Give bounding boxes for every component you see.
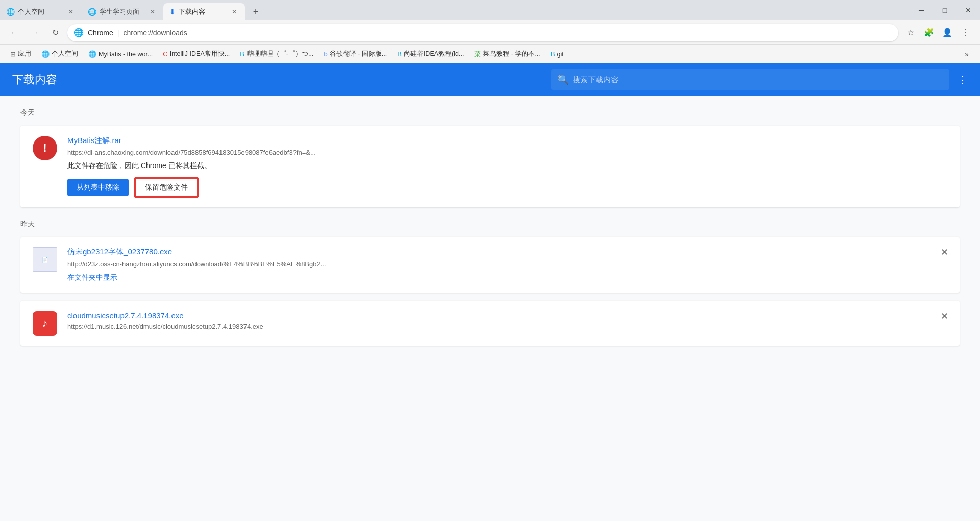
download-item-cloudmusic: ♪ cloudmusicsetup2.7.4.198374.exe https:… <box>20 301 960 346</box>
bookmark-label-mybatis: MyBatis - the wor... <box>99 51 153 58</box>
tab-close-2[interactable]: ✕ <box>148 7 157 16</box>
menu-button[interactable]: ⋮ <box>958 25 974 41</box>
bookmark-star-button[interactable]: ☆ <box>902 25 919 41</box>
downloads-menu-button[interactable]: ⋮ <box>958 74 968 86</box>
url-cloudmusic: https://d1.music.126.net/dmusic/cloudmus… <box>67 323 947 330</box>
bookmark-label-git: git <box>557 51 564 58</box>
apps-icon: ⊞ <box>10 50 16 58</box>
close-item-font[interactable]: ✕ <box>937 245 951 259</box>
remove-from-list-button[interactable]: 从列表中移除 <box>67 179 129 196</box>
file-icon-font: 📄 <box>33 247 57 272</box>
tab-student-learning[interactable]: 🌐 学生学习页面 ✕ <box>82 3 163 20</box>
section-label-yesterday: 昨天 <box>20 220 960 229</box>
bookmark-intellij-icon: C <box>163 50 167 58</box>
card-content-1: MyBatis注解.rar https://dl-ans.chaoxing.co… <box>67 136 947 197</box>
window-controls: ─ □ ✕ <box>910 0 980 20</box>
address-bar: ← → ↻ 🌐 Chrome | chrome://downloads ☆ 🧩 … <box>0 20 980 45</box>
bookmark-google-translate[interactable]: b 谷歌翻译 - 国际版... <box>320 48 391 60</box>
close-item-cloudmusic[interactable]: ✕ <box>937 309 951 323</box>
danger-icon: ! <box>33 136 57 160</box>
warning-mybatis: 此文件存在危险，因此 Chrome 已将其拦截。 <box>67 161 947 171</box>
tab-downloads[interactable]: ⬇ 下载内容 ✕ <box>163 3 245 20</box>
filename-mybatis[interactable]: MyBatis注解.rar <box>67 136 947 146</box>
card-content-3: cloudmusicsetup2.7.4.198374.exe https://… <box>67 311 947 336</box>
bookmark-label-intellij: IntelliJ IDEA常用快... <box>170 50 230 58</box>
card-content-2: 仿宋gb2312字体_0237780.exe http://d23z.oss-c… <box>67 247 947 282</box>
tab-label-2: 学生学习页面 <box>100 7 145 16</box>
downloads-content: 今天 ! MyBatis注解.rar https://dl-ans.chaoxi… <box>0 96 980 521</box>
music-icon: ♪ <box>33 311 57 336</box>
url-font: http://d23z.oss-cn-hangzhou.aliyuncs.com… <box>67 260 947 268</box>
search-icon: 🔍 <box>557 74 569 85</box>
bookmark-label-idea: 尚硅谷IDEA教程(id... <box>404 50 464 58</box>
browser-name: Chrome <box>88 29 113 37</box>
tab-download-icon: ⬇ <box>169 8 176 16</box>
bookmark-label-runoob: 菜鸟教程 - 学的不... <box>483 50 541 58</box>
bookmark-label-bilibili: 哔哩哔哩（゜-゜）つ... <box>247 50 314 58</box>
close-button[interactable]: ✕ <box>957 0 980 20</box>
bookmark-bili-icon: B <box>240 50 244 58</box>
bookmarks-more-button[interactable]: » <box>960 47 974 61</box>
bookmark-label-personal: 个人空间 <box>52 50 78 58</box>
file-icon-box-font: 📄 <box>33 247 57 272</box>
bookmark-globe-icon-2: 🌐 <box>88 50 96 58</box>
tab-label-1: 个人空间 <box>18 7 63 16</box>
bookmark-apps[interactable]: ⊞ 应用 <box>6 48 35 60</box>
title-bar: 🌐 个人空间 ✕ 🌐 学生学习页面 ✕ ⬇ 下载内容 ✕ + ─ □ ✕ <box>0 0 980 20</box>
address-separator: | <box>117 29 119 37</box>
music-icon-box: ♪ <box>33 311 57 336</box>
new-tab-button[interactable]: + <box>247 3 264 20</box>
bookmark-git[interactable]: B git <box>547 48 568 60</box>
bookmarks-bar: ⊞ 应用 🌐 个人空间 🌐 MyBatis - the wor... C Int… <box>0 45 980 63</box>
bookmark-runoob[interactable]: 菜 菜鸟教程 - 学的不... <box>470 48 545 61</box>
downloads-header: 下载内容 🔍 搜索下载内容 ⋮ <box>0 63 980 96</box>
bookmark-label-apps: 应用 <box>18 50 31 58</box>
tab-close-1[interactable]: ✕ <box>66 7 76 16</box>
bookmark-idea-tutorial[interactable]: B 尚硅谷IDEA教程(id... <box>393 48 468 60</box>
bookmark-git-icon: B <box>551 50 555 58</box>
tab-globe-icon-2: 🌐 <box>88 8 96 16</box>
back-button[interactable]: ← <box>6 25 22 41</box>
address-url: chrome://downloads <box>123 29 187 37</box>
bookmark-globe-icon-1: 🌐 <box>41 50 50 58</box>
tab-personal-space[interactable]: 🌐 个人空间 ✕ <box>0 3 82 20</box>
browser-window: 🌐 个人空间 ✕ 🌐 学生学习页面 ✕ ⬇ 下载内容 ✕ + ─ □ ✕ <box>0 0 980 521</box>
reload-button[interactable]: ↻ <box>47 25 63 41</box>
downloads-search-bar[interactable]: 🔍 搜索下载内容 <box>551 69 949 90</box>
minimize-button[interactable]: ─ <box>910 0 933 20</box>
extensions-button[interactable]: 🧩 <box>921 25 937 41</box>
bookmark-mybatis[interactable]: 🌐 MyBatis - the wor... <box>84 48 157 60</box>
show-in-folder-button[interactable]: 在文件夹中显示 <box>67 273 117 281</box>
url-mybatis: https://dl-ans.chaoxing.com/download/75d… <box>67 149 947 156</box>
file-icon-inner: 📄 <box>42 257 48 263</box>
toolbar-right: ☆ 🧩 👤 ⋮ <box>902 25 974 41</box>
globe-icon: 🌐 <box>74 28 84 37</box>
tab-label-3: 下载内容 <box>179 7 227 16</box>
bookmark-runoob-icon: 菜 <box>474 50 481 59</box>
profile-button[interactable]: 👤 <box>939 25 955 41</box>
card-actions-1: 从列表中移除 保留危险文件 <box>67 178 947 197</box>
bookmark-intellij[interactable]: C IntelliJ IDEA常用快... <box>159 48 234 60</box>
filename-cloudmusic[interactable]: cloudmusicsetup2.7.4.198374.exe <box>67 311 947 320</box>
tabs-area: 🌐 个人空间 ✕ 🌐 学生学习页面 ✕ ⬇ 下载内容 ✕ + <box>0 0 980 20</box>
download-item-font: 📄 仿宋gb2312字体_0237780.exe http://d23z.oss… <box>20 237 960 293</box>
address-input-wrap[interactable]: 🌐 Chrome | chrome://downloads <box>67 24 898 41</box>
forward-button[interactable]: → <box>27 25 43 41</box>
bookmark-idea-icon: B <box>397 50 402 58</box>
search-placeholder-text: 搜索下载内容 <box>573 75 619 85</box>
bookmark-bilibili[interactable]: B 哔哩哔哩（゜-゜）つ... <box>236 48 317 60</box>
tab-globe-icon-1: 🌐 <box>6 8 15 16</box>
bookmark-label-translate: 谷歌翻译 - 国际版... <box>330 50 387 58</box>
music-icon-symbol: ♪ <box>42 317 48 330</box>
maximize-button[interactable]: □ <box>933 0 957 20</box>
download-item-mybatis: ! MyBatis注解.rar https://dl-ans.chaoxing.… <box>20 126 960 207</box>
bookmark-google-icon: b <box>324 50 327 58</box>
filename-font[interactable]: 仿宋gb2312字体_0237780.exe <box>67 247 947 257</box>
tab-close-3[interactable]: ✕ <box>230 7 239 16</box>
section-label-today: 今天 <box>20 108 960 117</box>
downloads-page-title: 下载内容 <box>12 72 57 87</box>
keep-dangerous-file-button[interactable]: 保留危险文件 <box>135 178 198 197</box>
bookmark-personal[interactable]: 🌐 个人空间 <box>37 48 82 60</box>
